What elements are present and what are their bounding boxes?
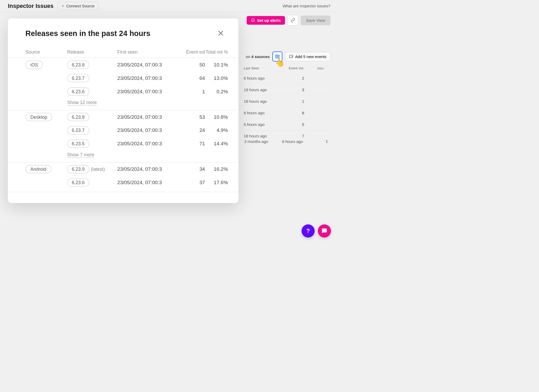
setup-alerts-label: Set up alerts [257, 18, 281, 23]
source-group: Desktop 6.23.8 23/05/2024, 07:00:3 53 10… [8, 110, 239, 163]
releases-modal: Releases seen in the past 24 hours ✕ Sou… [8, 18, 239, 203]
help-link[interactable]: What are Inspector issues? [283, 4, 330, 8]
first-seen-cell: 23/05/2024, 07:00:3 [117, 180, 180, 185]
last-seen-cell: 18 hours ago [244, 99, 273, 104]
event-vol-cell: 24 [180, 127, 205, 133]
save-view-button[interactable]: Save View [301, 16, 330, 25]
header-left: Inspector Issues + Connect Source [8, 2, 99, 10]
source-pill: iOS [25, 61, 43, 69]
first-seen-cell: 23/05/2024, 07:00:3 [117, 166, 180, 172]
release-cell: 6.23.6 [67, 87, 117, 96]
source-group: iOS 6.23.8 23/05/2024, 07:00:3 50 10.1% … [8, 58, 239, 110]
total-pct-cell: 16.2% [205, 166, 228, 172]
help-fab[interactable]: ? [302, 224, 315, 238]
modal-header: Releases seen in the past 24 hours ✕ [8, 28, 239, 46]
release-pill: 6.23.7 [67, 74, 89, 82]
event-vol-cell: 1 [286, 99, 304, 104]
event-vol-cell: 50 [180, 62, 205, 68]
last-seen-cell: 6 hours ago [244, 76, 273, 80]
link-icon [291, 18, 295, 23]
event-vol-cell: 53 [180, 114, 205, 120]
release-cell: 6.23.5 [67, 140, 117, 148]
total-pct-cell: 4.9% [205, 127, 228, 133]
release-row: Desktop 6.23.8 23/05/2024, 07:00:3 53 10… [8, 110, 239, 124]
event-vol-cell: 37 [180, 180, 205, 185]
modal-table-header: Source Release First seen Event vol Tota… [8, 46, 239, 58]
last-seen-cell: 6 hours ago [244, 111, 273, 115]
release-pill: 6.23.8 [67, 113, 89, 121]
setup-alerts-button[interactable]: Set up alerts [247, 16, 285, 25]
event-vol-cell: 3 [286, 87, 304, 92]
total-pct-cell: 10.1% [205, 62, 228, 68]
release-cell: 6.23.8 [67, 61, 117, 69]
source-cell: Desktop [25, 113, 67, 121]
col-source: Source [25, 49, 67, 54]
chat-fab[interactable] [318, 224, 331, 238]
first-seen-cell: 23/05/2024, 07:00:3 [117, 114, 180, 120]
release-pill: 6.23.8 [67, 61, 89, 69]
close-icon[interactable]: ✕ [217, 28, 224, 38]
chat-icon [322, 228, 327, 234]
first-seen-cell: 23/05/2024, 07:00:3 [117, 127, 180, 133]
source-group: Android 6.23.9(latest) 23/05/2024, 07:00… [8, 163, 239, 192]
first-seen-cell: 23/05/2024, 07:00:3 [117, 89, 180, 94]
event-vol-cell: 71 [180, 141, 205, 147]
release-row: 6.23.5 23/05/2024, 07:00:3 71 14.4% [8, 137, 239, 151]
event-vol-cell: 2 [286, 76, 304, 80]
release-row: Android 6.23.9(latest) 23/05/2024, 07:00… [8, 163, 239, 176]
show-more-link[interactable]: Show 7 more [67, 152, 94, 158]
connect-source-button[interactable]: + Connect Source [58, 2, 99, 10]
event-vol-cell: 8 [286, 111, 304, 115]
first-seen-cell: 23/05/2024, 07:00:3 [117, 75, 180, 81]
source-cell: iOS [25, 61, 67, 69]
first-seen-cell: 23/05/2024, 07:00:3 [117, 62, 180, 68]
bg-th-issue[interactable]: Issu [317, 66, 328, 70]
source-cell: Android [25, 165, 67, 173]
releases-table-button[interactable]: 👆 [272, 51, 282, 61]
event-vol-cell: 34 [180, 166, 205, 172]
first-seen-cell: 23/05/2024, 07:00:3 [117, 141, 180, 147]
total-pct-cell: 17.6% [205, 180, 228, 185]
release-cell: 6.23.7 [67, 74, 117, 82]
release-pill: 6.23.5 [67, 140, 89, 148]
release-row: 6.23.7 23/05/2024, 07:00:3 24 4.9% [8, 124, 239, 137]
map-plus-icon [289, 54, 293, 59]
page-title: Inspector Issues [8, 3, 54, 9]
add-events-label: Add 5 new events [295, 54, 326, 59]
event-vol-cell: 1 [180, 89, 205, 94]
col-event-vol: Event vol [180, 49, 205, 54]
release-pill: 6.23.6 [67, 178, 89, 187]
source-pill: Desktop [25, 113, 52, 121]
first-seen: 3 months ago [244, 139, 276, 144]
col-total-pct: Total vol % [205, 49, 228, 54]
bg-th-event-vol[interactable]: Event Vol. [286, 66, 304, 70]
bg-th-last-seen[interactable]: Last Seen [244, 66, 273, 70]
pointing-hand-icon: 👆 [275, 58, 285, 67]
release-cell: 6.23.6 [67, 178, 117, 187]
show-more-link[interactable]: Show 12 more [67, 100, 97, 106]
total-pct-cell: 14.4% [205, 141, 228, 147]
plus-icon: + [62, 4, 64, 8]
latest-label: (latest) [91, 167, 105, 172]
share-link-button[interactable] [288, 15, 298, 25]
add-events-button[interactable]: Add 5 new events [285, 52, 330, 61]
modal-body: iOS 6.23.8 23/05/2024, 07:00:3 50 10.1% … [8, 58, 239, 192]
total-pct-cell: 0.2% [205, 89, 228, 94]
col-release: Release [67, 49, 117, 54]
last-seen-cell: 6 hours ago [244, 122, 273, 127]
release-cell: 6.23.7 [67, 126, 117, 135]
source-pill: Android [25, 165, 51, 173]
event-vol: 1 [320, 139, 328, 143]
release-cell: 6.23.8 [67, 113, 117, 121]
last-seen-cell: 18 hours ago [244, 87, 273, 92]
connect-source-label: Connect Source [66, 4, 95, 8]
release-pill: 6.23.6 [67, 87, 89, 96]
total-pct-cell: 13.0% [205, 75, 228, 81]
release-row: 6.23.6 23/05/2024, 07:00:3 1 0.2% [8, 85, 239, 98]
last-seen: 6 hours ago [282, 139, 314, 144]
bell-icon [251, 18, 255, 22]
release-pill: 6.23.9 [67, 165, 89, 173]
release-cell: 6.23.9(latest) [67, 165, 117, 173]
col-first-seen: First seen [117, 49, 180, 54]
event-vol-cell: 64 [180, 75, 205, 81]
